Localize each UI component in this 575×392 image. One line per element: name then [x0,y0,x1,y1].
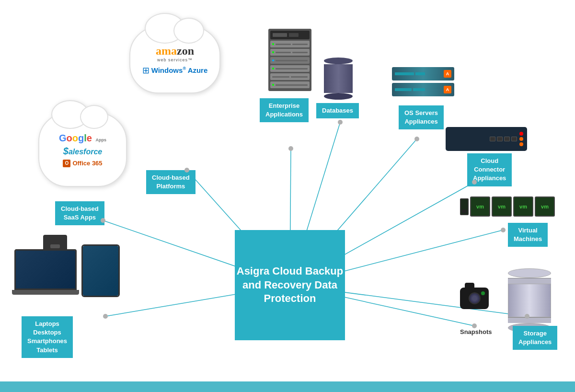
center-title: Asigra Cloud Backup and Recovery Data Pr… [235,265,345,306]
dot-saas [101,218,105,223]
cloud-connector-text: CloudConnectorAppliances [473,157,506,182]
dot-cloud-connector [472,180,477,184]
vm-row: vm vm vm vm [460,196,555,217]
label-saas-apps: Cloud-basedSaaS Apps [55,201,104,225]
databases-icon [324,58,353,100]
os-servers-icon: A A [392,67,454,96]
label-storage: StorageAppliances [513,326,557,350]
dot-os-servers [414,137,419,141]
virtual-machines-text: VirtualMachines [514,227,542,242]
azure-label: ⊞ Windows® Azure [142,65,208,76]
label-snapshots: Snapshots [460,328,492,335]
databases-text: Databases [322,107,353,114]
amazon-cloud: amazon web services™ ⊞ Windows® Azure [129,26,220,93]
snapshots-icon [460,288,489,309]
laptop-screen [14,249,77,290]
db-cylinder [324,58,353,100]
snapshots-text: Snapshots [460,328,492,335]
label-enterprise-apps: EnterpriseApplications [260,98,309,122]
office365-logo: O Office 365 [63,160,102,167]
tablet [81,244,120,297]
amazon-logo-text: amazon [156,45,194,58]
google-cloud: Google Apps $alesforce O Office 365 [38,113,127,187]
laptops-text: LaptopsDesktopsSmartphonesTablets [27,320,67,354]
os-servers-text: OS ServersAppliances [404,109,438,125]
camera [460,288,489,309]
server-rack [268,29,311,91]
dot-platforms [184,168,189,173]
amazon-sub: web services™ [157,58,193,62]
dot-databases [338,120,343,125]
dot-enterprise [288,146,293,151]
enterprise-apps-icon [268,29,311,91]
label-cloud-platforms: Cloud-basedPlatforms [146,170,196,194]
google-logo: Google Apps [59,133,106,144]
cloud-platforms-text: Cloud-basedPlatforms [152,174,190,190]
dot-laptops [103,314,108,319]
storage-icon [508,268,551,333]
enterprise-apps-text: EnterpriseApplications [265,102,303,118]
label-os-servers: OS ServersAppliances [399,105,444,129]
connector-device [446,127,527,151]
dot-snapshots [472,323,477,328]
center-box: Asigra Cloud Backup and Recovery Data Pr… [235,230,345,340]
cloud-connector-icon [446,127,527,151]
virtual-machines-icon: vm vm vm vm [460,196,555,217]
saas-apps-text: Cloud-basedSaaS Apps [61,205,99,221]
devices-group [14,235,120,311]
dot-virtual-machines [501,228,506,232]
salesforce-logo: $alesforce [63,146,102,157]
devices-icon [14,235,120,311]
os-server: A A [392,67,454,96]
dot-storage [525,314,529,319]
label-laptops: LaptopsDesktopsSmartphonesTablets [22,316,73,358]
label-databases: Databases [316,103,359,118]
laptop-base [12,290,79,295]
label-virtual-machines: VirtualMachines [508,223,548,247]
storage-text: StorageAppliances [518,330,552,346]
bottom-bar [0,381,575,392]
storage-cylinder [508,268,551,333]
